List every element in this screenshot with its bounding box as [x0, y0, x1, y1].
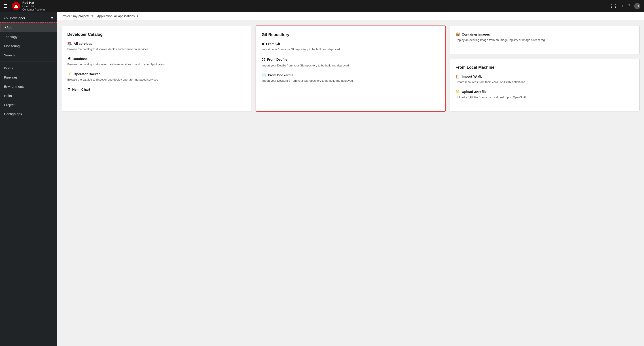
from-dockerfile-icon: 📄	[262, 73, 266, 77]
upload-jar-icon: 📁	[456, 90, 460, 94]
from-git-icon: ◆	[262, 42, 264, 46]
sidebar-project-label: Project	[4, 103, 14, 107]
sidebar-developer-label: Developer	[10, 16, 25, 20]
sidebar-item-project[interactable]: Project	[0, 100, 57, 109]
app-chevron: ▼	[136, 15, 139, 18]
upload-jar-title: 📁 Upload JAR file	[456, 90, 634, 94]
operator-backed-item[interactable]: ⚡ Operator Backed Browse the catalog to …	[67, 72, 246, 82]
all-services-desc: Browse the catalog to discover, deploy a…	[67, 47, 246, 52]
from-devfile-desc: Import your Devfile from your Git reposi…	[262, 63, 440, 68]
sidebar-developer-chevron: ▼	[50, 16, 54, 20]
sidebar-item-pipelines[interactable]: Pipelines	[0, 73, 57, 82]
sub-header: Project: my-project1 ▼ Application: all …	[57, 12, 644, 20]
from-devfile-title: ⬡ From Devfile	[262, 57, 440, 62]
cards-container: Developer Catalog 📚 All services Browse …	[57, 20, 644, 346]
sidebar-item-helm[interactable]: Helm	[0, 91, 57, 100]
app-label: Application: all applications	[97, 14, 134, 18]
help-icon[interactable]: ?	[628, 4, 630, 9]
right-column: 📦 Container images Deploy an existing Im…	[450, 26, 640, 111]
sidebar-helm-label: Helm	[4, 94, 12, 98]
sidebar-pipelines-label: Pipelines	[4, 75, 18, 79]
from-devfile-icon: ⬡	[262, 57, 265, 62]
brand-name: Red Hat	[22, 1, 45, 5]
sidebar-developer-selector[interactable]: </> Developer ▼	[0, 14, 57, 22]
operator-backed-icon: ⚡	[67, 72, 72, 76]
brand: Red Hat OpenShift Container Platform	[12, 1, 45, 12]
sidebar-monitoring-label: Monitoring	[4, 44, 20, 48]
sidebar-item-monitoring[interactable]: Monitoring	[0, 41, 57, 51]
brand-logo	[12, 2, 20, 10]
helm-chart-icon: ⚙	[67, 87, 70, 92]
svg-rect-1	[14, 7, 18, 8]
from-local-machine-card[interactable]: From Local Machine 📋 Import YAML Create …	[450, 59, 640, 111]
sidebar-item-builds[interactable]: Builds	[0, 64, 57, 73]
project-label: Project: my-project1	[62, 14, 90, 18]
sidebar-configmaps-label: ConfigMaps	[4, 112, 22, 116]
helm-chart-item[interactable]: ⚙ Helm Chart	[67, 87, 246, 92]
sidebar-topology-label: Topology	[4, 35, 18, 39]
container-images-card[interactable]: 📦 Container images Deploy an existing Im…	[450, 26, 640, 54]
developer-catalog-card[interactable]: Developer Catalog 📚 All services Browse …	[62, 26, 251, 111]
sidebar-item-search[interactable]: Search	[0, 51, 57, 60]
brand-platform: Container Platform	[22, 8, 45, 11]
database-icon: 🗄	[67, 57, 71, 61]
import-yaml-title: 📋 Import YAML	[456, 74, 634, 79]
upload-jar-item[interactable]: 📁 Upload JAR file Upload a JAR file from…	[456, 90, 634, 100]
project-selector[interactable]: Project: my-project1 ▼	[62, 14, 94, 18]
sidebar-item-configmaps[interactable]: ConfigMaps	[0, 109, 57, 119]
sidebar-divider	[0, 62, 57, 62]
top-nav: ☰ Red Hat OpenShift Container Platform ⋮…	[0, 0, 644, 12]
all-services-title: 📚 All services	[67, 41, 246, 46]
brand-text: Red Hat OpenShift Container Platform	[22, 1, 45, 12]
from-git-desc: Import code from your Git repository to …	[262, 47, 440, 52]
import-yaml-desc: Create resources from their YAML or JSON…	[456, 80, 634, 84]
helm-chart-title: ⚙ Helm Chart	[67, 87, 246, 92]
operator-backed-title: ⚡ Operator Backed	[67, 72, 246, 76]
developer-catalog-title: Developer Catalog	[67, 32, 246, 37]
grid-icon[interactable]: ⋮⋮	[609, 4, 618, 9]
container-images-item: 📦 Container images Deploy an existing Im…	[456, 32, 634, 42]
from-devfile-item[interactable]: ⬡ From Devfile Import your Devfile from …	[262, 57, 440, 68]
plus-icon[interactable]: +	[622, 4, 624, 9]
sidebar-environments-label: Environments	[4, 85, 24, 88]
operator-backed-desc: Browse the catalog to discover and deplo…	[67, 78, 246, 82]
database-desc: Browse the catalog to discover database …	[67, 62, 246, 67]
app-selector[interactable]: Application: all applications ▼	[97, 14, 139, 18]
database-item[interactable]: 🗄 Database Browse the catalog to discove…	[67, 57, 246, 67]
upload-jar-desc: Upload a JAR file from your local deskto…	[456, 95, 634, 100]
sidebar-builds-label: Builds	[4, 66, 13, 70]
brand-openshift: OpenShift	[22, 5, 45, 8]
from-dockerfile-desc: Import your Dockerfile from your Git rep…	[262, 79, 440, 83]
sidebar-add-label: +Add	[4, 25, 12, 29]
database-title: 🗄 Database	[67, 57, 246, 61]
all-services-item[interactable]: 📚 All services Browse the catalog to dis…	[67, 41, 246, 52]
git-repository-card[interactable]: Git Repository ◆ From Git Import code fr…	[256, 26, 446, 111]
container-images-title: 📦 Container images	[456, 32, 634, 37]
sidebar-search-label: Search	[4, 53, 15, 57]
sidebar: </> Developer ▼ +Add Topology Monitoring…	[0, 12, 57, 346]
container-images-icon: 📦	[456, 32, 460, 37]
from-git-title: ◆ From Git	[262, 42, 440, 46]
from-dockerfile-item[interactable]: 📄 From Dockerfile Import your Dockerfile…	[262, 73, 440, 83]
content-area: Project: my-project1 ▼ Application: all …	[57, 12, 644, 346]
from-local-machine-title: From Local Machine	[456, 65, 634, 70]
sidebar-item-environments[interactable]: Environments	[0, 82, 57, 91]
sidebar-item-add[interactable]: +Add	[0, 22, 57, 32]
import-yaml-item[interactable]: 📋 Import YAML Create resources from thei…	[456, 74, 634, 84]
project-chevron: ▼	[91, 15, 94, 18]
all-services-icon: 📚	[67, 41, 72, 46]
dev-code-icon: </>	[4, 16, 8, 20]
container-images-desc: Deploy an existing Image from an Image r…	[456, 38, 634, 42]
from-dockerfile-title: 📄 From Dockerfile	[262, 73, 440, 77]
from-git-item[interactable]: ◆ From Git Import code from your Git rep…	[262, 42, 440, 52]
nav-icons: ⋮⋮ + ? us	[609, 3, 640, 9]
import-yaml-icon: 📋	[456, 74, 460, 79]
hamburger-icon[interactable]: ☰	[4, 3, 8, 9]
git-repository-title: Git Repository	[262, 33, 440, 37]
main-layout: </> Developer ▼ +Add Topology Monitoring…	[0, 12, 644, 346]
user-icon[interactable]: us	[634, 3, 640, 9]
sidebar-item-topology[interactable]: Topology	[0, 32, 57, 41]
